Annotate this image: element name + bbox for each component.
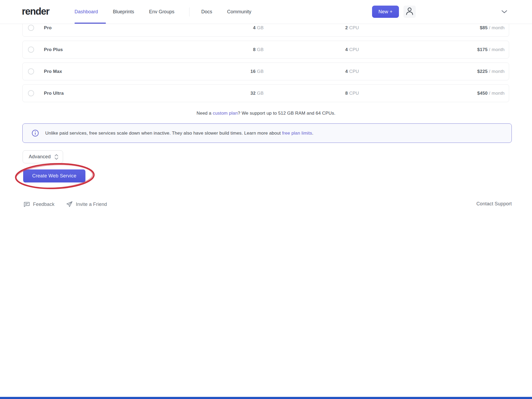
custom-plan-note: Need a custom plan? We support up to 512… <box>0 111 532 116</box>
plan-cpu: 2 CPU <box>264 25 359 31</box>
account-avatar[interactable] <box>403 6 416 18</box>
feedback-button[interactable]: Feedback <box>23 201 55 207</box>
plan-price: $85 / month <box>359 25 505 31</box>
plan-ram: 16 GB <box>183 69 263 74</box>
top-nav: render Dashboard Blueprints Env Groups D… <box>0 0 532 24</box>
render-logo[interactable]: render <box>22 6 49 17</box>
info-icon <box>32 130 39 137</box>
free-plan-limits-link[interactable]: free plan limits <box>282 131 312 136</box>
create-web-service-button[interactable]: Create Web Service <box>23 169 85 182</box>
note-suffix: ? We support up to 512 GB RAM and 64 CPU… <box>238 111 335 116</box>
contact-support-link[interactable]: Contact Support <box>476 201 512 207</box>
plan-price: $175 / month <box>359 47 505 52</box>
feedback-bubble-icon <box>23 201 30 207</box>
unfold-more-icon <box>54 154 59 160</box>
plan-name: Pro <box>40 25 183 31</box>
radio-pro-ultra[interactable] <box>28 90 34 96</box>
chevron-down-icon[interactable] <box>501 10 508 15</box>
bottom-edge-bar <box>0 397 532 399</box>
page-footer: Feedback Invite a Friend Contact Support <box>0 199 532 211</box>
plan-price: $450 / month <box>359 91 505 96</box>
plan-name: Pro Plus <box>40 47 183 52</box>
plan-ram: 4 GB <box>183 25 263 31</box>
radio-pro[interactable] <box>28 25 34 31</box>
nav-item-community[interactable]: Community <box>227 9 251 15</box>
free-plan-info-banner: Unlike paid services, free services scal… <box>22 123 512 143</box>
plan-cpu: 4 CPU <box>264 47 359 52</box>
banner-text: Unlike paid services, free services scal… <box>45 131 314 136</box>
plan-ram: 8 GB <box>183 47 263 52</box>
paper-plane-icon <box>66 201 73 207</box>
plan-list: Pro 4 GB 2 CPU $85 / month Pro Plus 8 GB… <box>22 19 509 106</box>
advanced-expander[interactable]: Advanced <box>23 150 63 163</box>
nav-item-dashboard[interactable]: Dashboard <box>75 9 98 15</box>
plan-cpu: 4 CPU <box>264 69 359 74</box>
plan-ram: 32 GB <box>183 91 263 96</box>
radio-pro-plus[interactable] <box>28 47 34 53</box>
plan-cpu: 8 CPU <box>264 91 359 96</box>
advanced-label: Advanced <box>29 154 51 160</box>
plan-name: Pro Ultra <box>40 91 183 96</box>
nav-divider <box>189 7 189 16</box>
user-icon <box>406 7 414 16</box>
active-tab-underline <box>75 23 106 24</box>
plan-row-pro-ultra[interactable]: Pro Ultra 32 GB 8 CPU $450 / month <box>22 84 509 102</box>
invite-a-friend-button[interactable]: Invite a Friend <box>66 201 107 207</box>
nav-item-docs[interactable]: Docs <box>201 9 212 15</box>
custom-plan-link[interactable]: custom plan <box>213 111 238 116</box>
note-prefix: Need a <box>197 111 213 116</box>
plan-price: $225 / month <box>359 69 505 74</box>
plan-row-pro-plus[interactable]: Pro Plus 8 GB 4 CPU $175 / month <box>22 41 509 59</box>
radio-pro-max[interactable] <box>28 68 34 74</box>
plan-name: Pro Max <box>40 69 183 74</box>
nav-links: Dashboard Blueprints Env Groups Docs Com… <box>75 0 266 24</box>
nav-item-env-groups[interactable]: Env Groups <box>149 9 174 15</box>
new-button[interactable]: New + <box>372 6 399 18</box>
nav-item-blueprints[interactable]: Blueprints <box>113 9 134 15</box>
plan-row-pro-max[interactable]: Pro Max 16 GB 4 CPU $225 / month <box>22 63 509 80</box>
